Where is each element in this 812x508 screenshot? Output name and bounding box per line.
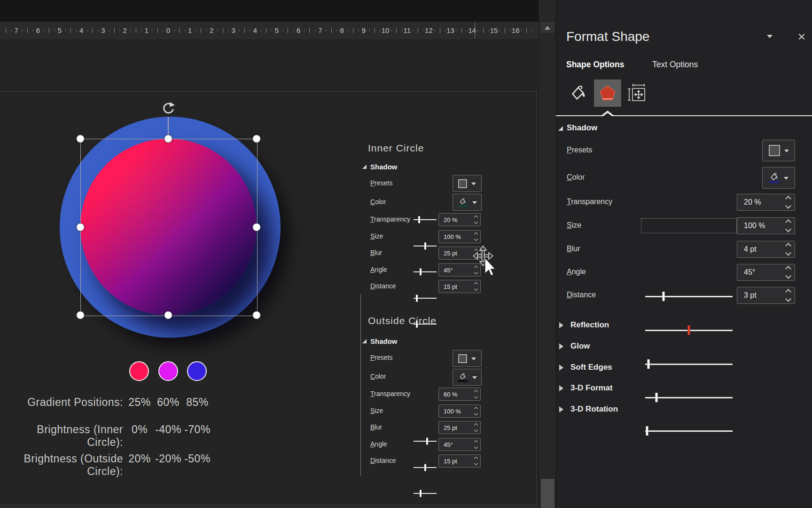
collapse-triangle-icon[interactable] [362,165,367,169]
resize-handle-bottom-right[interactable] [253,311,261,319]
gradient-swatch-pink[interactable] [129,361,149,381]
gradient-positions-label[interactable]: Gradient Positions: [0,396,123,409]
ruler-number: 8 [340,26,344,34]
spinner-icon[interactable] [475,407,477,415]
expand-triangle-icon[interactable] [559,406,563,413]
inner-color-dropdown[interactable] [453,194,482,211]
color-label: Color [567,173,585,182]
inner-blur-slider[interactable] [414,267,437,277]
tab-shape-options[interactable]: Shape Options [566,60,624,70]
expand-triangle-icon[interactable] [559,365,563,371]
gradient-swatch-magenta[interactable] [158,361,178,381]
spinner-icon[interactable] [786,290,790,301]
resize-handle-top-center[interactable] [164,135,172,143]
tab-indicator-caret-inner [603,113,612,116]
spinner-icon[interactable] [786,267,790,278]
ruler-number: 5 [275,26,279,34]
collapse-triangle-icon[interactable] [362,339,367,343]
ruler-tick [250,30,250,31]
section-soft-edges[interactable]: Soft Edges [570,363,612,372]
inner-size-slider[interactable] [414,241,437,251]
outside-distance-value[interactable]: 15 pt [438,454,481,468]
spinner-icon[interactable] [475,233,477,240]
section-3d-format[interactable]: 3-D Format [570,383,613,393]
ruler-tick [510,30,511,31]
spinner-icon[interactable] [786,197,790,208]
gradient-swatch-blue[interactable] [187,361,207,381]
ruler-number: 10 [382,26,390,34]
spinner-icon[interactable] [475,216,477,223]
inner-shadow-header[interactable]: Shadow [370,163,398,171]
blur-slider[interactable] [645,359,733,369]
resize-handle-top-left[interactable] [77,135,85,143]
outside-size-slider[interactable] [414,463,437,472]
resize-handle-bottom-left[interactable] [77,311,85,319]
outside-transparency-value[interactable]: 60 % [438,388,481,401]
angle-label: Angle [567,268,586,276]
current-color-swatch [769,181,780,183]
ruler-tick [293,30,294,31]
resize-handle-middle-right[interactable] [253,223,261,231]
outside-blur-slider[interactable] [414,489,437,498]
outside-transparency-slider[interactable] [414,437,437,446]
brightness-outside-label[interactable]: Brightness (Outside Circle): [0,452,123,478]
inner-size-value[interactable]: 100 % [438,230,481,243]
scrollbar-thumb[interactable] [541,479,554,508]
resize-handle-top-right[interactable] [253,135,261,143]
outside-color-dropdown[interactable] [453,369,482,386]
ruler-number: 16 [512,26,520,34]
outside-presets-dropdown[interactable] [453,350,482,367]
gradient-position-value: 85% [182,396,212,409]
distance-value[interactable]: 3 pt [737,287,795,304]
inner-presets-dropdown[interactable] [453,175,482,192]
dropdown-arrow-icon [472,376,477,381]
spinner-icon[interactable] [475,424,477,431]
blur-value[interactable]: 4 pt [737,241,795,258]
vertical-scrollbar-track[interactable] [539,0,556,508]
fill-line-icon[interactable] [565,79,593,107]
outside-blur-value[interactable]: 25 pt [438,421,481,434]
tab-text-options[interactable]: Text Options [652,60,698,70]
section-3d-rotation[interactable]: 3-D Rotation [570,405,618,414]
outside-shadow-header[interactable]: Shadow [370,337,398,345]
spinner-icon[interactable] [475,283,477,290]
spinner-icon[interactable] [786,244,790,255]
scroll-up-button[interactable] [540,22,554,33]
spinner-icon[interactable] [475,390,477,398]
spinner-icon[interactable] [475,457,477,465]
resize-handle-bottom-center[interactable] [164,311,172,319]
shadow-section-header[interactable]: Shadow [567,123,597,133]
pane-collapse-icon[interactable] [767,35,773,41]
expand-triangle-icon[interactable] [559,322,563,328]
section-reflection[interactable]: Reflection [570,320,609,330]
angle-value[interactable]: 45° [737,264,795,281]
section-glow[interactable]: Glow [570,341,590,351]
transparency-value[interactable]: 20 % [737,194,795,211]
outside-angle-value[interactable]: 45° [438,438,481,451]
expand-triangle-icon[interactable] [559,343,563,349]
paint-bucket-icon [769,173,780,183]
ruler-number: 2 [210,26,213,34]
ruler-tick [353,28,353,33]
close-icon[interactable] [798,33,805,40]
outside-size-value[interactable]: 100 % [438,405,481,418]
rotate-handle-icon[interactable] [161,102,176,117]
spinner-icon[interactable] [786,220,790,231]
size-value[interactable]: 100 % [737,217,795,234]
size-properties-icon[interactable] [624,79,651,107]
color-dropdown[interactable] [762,167,795,189]
transparency-slider[interactable] [645,291,733,302]
presets-dropdown[interactable] [762,140,795,161]
effects-icon[interactable] [594,79,621,107]
angle-slider[interactable] [645,392,733,403]
distance-slider[interactable] [645,426,733,436]
inner-angle-slider[interactable] [414,294,437,303]
spinner-icon[interactable] [475,441,477,448]
resize-handle-middle-left[interactable] [77,223,85,231]
collapse-triangle-icon[interactable] [558,126,563,131]
expand-triangle-icon[interactable] [559,385,563,391]
size-slider[interactable] [645,325,733,335]
inner-transparency-slider[interactable] [414,215,437,224]
brightness-inner-label[interactable]: Brightness (Inner Circle): [0,423,123,449]
inner-transparency-value[interactable]: 20 % [438,213,481,226]
